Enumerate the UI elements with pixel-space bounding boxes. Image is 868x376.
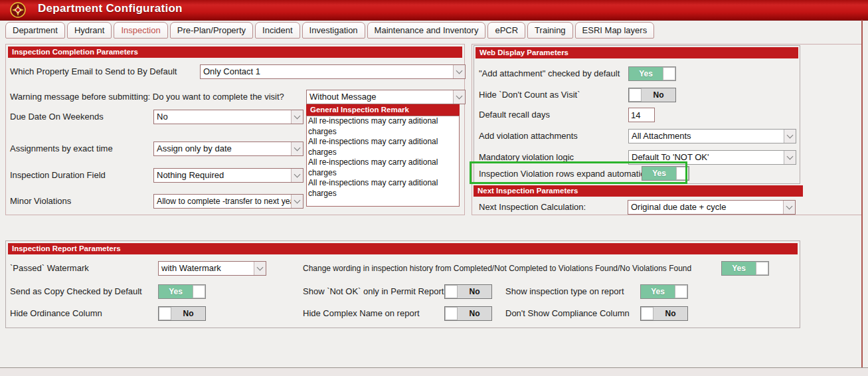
send-as-copy-toggle[interactable]: Yes (158, 284, 206, 299)
fire-department-badge-icon (10, 2, 26, 18)
chevron-down-icon (291, 110, 303, 124)
default-recall-days-input[interactable] (628, 108, 655, 122)
warning-message-label: Warning message before submitting: Do yo… (10, 92, 284, 102)
dont-show-compliance-label: Don't Show Compliance Column (505, 308, 630, 319)
chevron-down-icon (453, 65, 465, 78)
tab-epcr[interactable]: ePCR (487, 22, 525, 39)
tab-department[interactable]: Department (5, 22, 65, 39)
passed-watermark-label: `Passed` Watermark (10, 263, 89, 274)
default-recall-days-label: Default recall days (479, 110, 550, 120)
chevron-down-icon (784, 130, 796, 143)
chevron-down-icon (453, 90, 465, 104)
tab-bar: Department Hydrant Inspection Pre-Plan/P… (5, 22, 654, 39)
add-violation-attachments-label: Add violation attachments (479, 131, 578, 141)
property-email-select[interactable]: Only Contact 1 (200, 64, 466, 79)
hide-dont-count-visit-label: Hide `Don't Count as Visit` (479, 90, 580, 100)
show-not-ok-permit-toggle[interactable]: No (444, 284, 492, 299)
due-date-weekends-select[interactable]: No (153, 110, 304, 124)
hide-ordinance-column-label: Hide Ordinance Column (10, 308, 102, 319)
change-wording-label: Change wording in inspection history fro… (303, 263, 691, 274)
chevron-down-icon (291, 142, 303, 155)
toggle-knob (159, 307, 171, 320)
tab-training[interactable]: Training (527, 22, 572, 39)
dont-show-compliance-toggle[interactable]: No (640, 306, 688, 321)
tab-hydrant[interactable]: Hydrant (67, 22, 112, 39)
tab-incident[interactable]: Incident (255, 22, 300, 39)
inspection-report-header: Inspection Report Parameters (8, 243, 798, 254)
chevron-down-icon (291, 169, 303, 182)
page-title: Department Configuration (38, 2, 183, 15)
toggle-knob (641, 307, 653, 320)
add-violation-attachments-select[interactable]: All Attachments (628, 129, 796, 143)
inspection-completion-header: Inspection Completion Parameters (8, 47, 462, 58)
web-display-header: Web Display Parameters (476, 47, 798, 58)
inspection-completion-panel: Inspection Completion Parameters Which P… (5, 44, 465, 215)
inspection-duration-select[interactable]: Nothing Required (153, 168, 304, 183)
toggle-knob (629, 88, 642, 102)
chevron-down-icon (254, 262, 266, 275)
assignments-exact-time-label: Assignments by exact time (10, 143, 113, 154)
warning-message-select[interactable]: Without Message (306, 90, 466, 104)
hide-complex-name-label: Hide Complex Name on report (303, 308, 420, 319)
general-inspection-remark-header: General Inspection Remark (306, 104, 460, 116)
toggle-knob (756, 262, 768, 275)
tab-esri-map-layers[interactable]: ESRI Map layers (575, 22, 655, 39)
property-email-label: Which Property Email to Send to By Defau… (10, 66, 177, 77)
show-inspection-type-toggle[interactable]: Yes (640, 284, 688, 299)
minor-violations-select[interactable]: Allow to complete -transfer to next year (153, 194, 304, 209)
next-inspection-calculation-label: Next Inspection Calculation: (479, 202, 586, 213)
inspection-duration-label: Inspection Duration Field (10, 170, 106, 181)
toggle-knob (193, 285, 205, 298)
toggle-knob (663, 67, 675, 80)
title-bar: Department Configuration (0, 0, 868, 21)
tab-maintenance-inventory[interactable]: Maintenance and Inventory (367, 22, 486, 39)
hide-dont-count-visit-toggle[interactable]: No (628, 88, 676, 102)
department-configuration-window: Department Configuration Department Hydr… (0, 0, 868, 376)
next-inspection-header: Next Inspection Parameters (474, 185, 803, 197)
add-attachment-default-toggle[interactable]: Yes (628, 66, 676, 81)
tab-investigation[interactable]: Investigation (302, 22, 365, 39)
toggle-knob (445, 307, 458, 320)
window-right-border (861, 20, 863, 367)
passed-watermark-select[interactable]: with Watermark (158, 261, 266, 276)
next-inspection-calculation-select[interactable]: Original due date + cycle (628, 200, 796, 215)
tab-inspection[interactable]: Inspection (114, 22, 167, 39)
chevron-down-icon (291, 195, 303, 208)
hide-ordinance-column-toggle[interactable]: No (158, 306, 206, 321)
toggle-knob (675, 285, 687, 298)
chevron-down-icon (784, 151, 796, 164)
toggle-knob (445, 285, 458, 298)
assignments-exact-time-select[interactable]: Assign only by date (153, 141, 304, 156)
change-wording-toggle[interactable]: Yes (721, 261, 769, 276)
show-inspection-type-label: Show inspection type on report (505, 286, 624, 297)
inspection-report-panel: Inspection Report Parameters `Passed` Wa… (5, 240, 800, 328)
general-inspection-remark-textarea[interactable]: All re-inspections may carry aditional c… (306, 116, 460, 207)
window-bottom-strip (0, 368, 868, 376)
minor-violations-label: Minor Violations (10, 196, 71, 207)
show-not-ok-permit-label: Show `Not OK` only in Permit Report (303, 286, 444, 297)
add-attachment-default-label: "Add attachment" checked by default (479, 68, 620, 79)
right-parameters-panel: Web Display Parameters "Add attachment" … (472, 44, 862, 215)
hide-complex-name-toggle[interactable]: No (444, 306, 492, 321)
highlight-box-violation-rows-expand (470, 161, 687, 184)
chevron-down-icon (783, 201, 795, 214)
due-date-weekends-label: Due Date On Weekends (10, 112, 104, 122)
send-as-copy-label: Send as Copy Checked by Default (10, 286, 142, 297)
tab-pre-plan-property[interactable]: Pre-Plan/Property (170, 22, 253, 39)
